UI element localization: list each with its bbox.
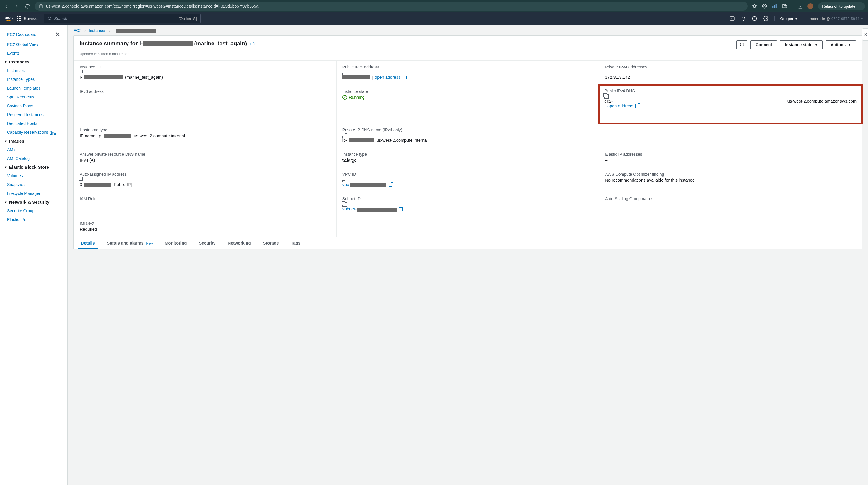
url-bar[interactable]: us-west-2.console.aws.amazon.com/ec2/hom…	[35, 2, 748, 10]
tab-tags[interactable]: Tags	[285, 237, 307, 249]
sidebar-item[interactable]: Volumes	[0, 171, 67, 180]
grammarly-icon[interactable]	[762, 3, 767, 9]
copy-icon[interactable]	[604, 94, 609, 99]
download-icon[interactable]	[798, 3, 803, 9]
analytics-icon[interactable]	[772, 3, 777, 9]
imds-value: Required	[80, 227, 331, 232]
close-icon[interactable]: ✕	[55, 31, 60, 38]
sidebar-item-events[interactable]: Events	[0, 49, 67, 58]
svg-line-9	[50, 19, 51, 20]
settings-icon[interactable]	[763, 16, 768, 21]
page-title: Instance summary for i- (marine_test_aga…	[80, 40, 256, 47]
search-placeholder: Search	[54, 16, 67, 21]
help-panel-toggle[interactable]	[862, 28, 868, 40]
sidebar-section-network[interactable]: ▼Network & Security	[0, 198, 67, 206]
public-ipv4-value: | open address	[342, 75, 593, 80]
svg-rect-6	[774, 5, 775, 8]
tab-status[interactable]: Status and alarms New	[101, 237, 159, 249]
copy-icon[interactable]	[605, 70, 609, 75]
sidebar-item[interactable]: Dedicated Hosts	[0, 119, 67, 128]
field-label: Private IPv4 addresses	[605, 65, 856, 69]
copy-icon[interactable]	[342, 70, 347, 75]
tab-details[interactable]: Details	[75, 237, 101, 249]
sidebar-item[interactable]: Instances	[0, 66, 67, 75]
field-label: Instance ID	[80, 65, 331, 69]
sidebar-item[interactable]: Reserved Instances	[0, 110, 67, 119]
sidebar-item[interactable]: AMIs	[0, 145, 67, 154]
svg-point-12	[765, 18, 766, 20]
subnet-link[interactable]: subnet-	[342, 207, 397, 211]
region-selector[interactable]: Oregon ▼	[780, 17, 798, 21]
caret-down-icon: ▼	[4, 201, 7, 204]
tab-monitoring[interactable]: Monitoring	[159, 237, 193, 249]
connect-button[interactable]: Connect	[750, 40, 777, 49]
tab-security[interactable]: Security	[193, 237, 222, 249]
field-label: Auto-assigned IP address	[80, 172, 331, 177]
breadcrumb-ec2[interactable]: EC2	[73, 28, 82, 33]
vpc-value: vpc-	[342, 182, 593, 187]
forward-icon[interactable]	[13, 3, 20, 9]
elastic-ip-value: –	[605, 158, 856, 162]
instance-type-value: t2.large	[342, 158, 593, 162]
field-label: Private IP DNS name (IPv4 only)	[342, 128, 593, 132]
sidebar-item[interactable]: Spot Requests	[0, 93, 67, 101]
notifications-icon[interactable]	[741, 16, 746, 21]
breadcrumb-instances[interactable]: Instances	[89, 28, 106, 33]
tab-storage[interactable]: Storage	[257, 237, 285, 249]
field-label: IMDSv2	[80, 221, 331, 226]
aws-logo[interactable]: aws	[5, 16, 13, 21]
sidebar-section-instances[interactable]: ▼Instances	[0, 58, 67, 66]
field-label: Instance state	[342, 89, 593, 94]
caret-down-icon: ▼	[4, 165, 7, 169]
sidebar-item[interactable]: Snapshots	[0, 180, 67, 189]
sidebar-item[interactable]: Lifecycle Manager	[0, 189, 67, 198]
copy-icon[interactable]	[342, 133, 347, 138]
sidebar-item[interactable]: Savings Plans	[0, 101, 67, 110]
info-link[interactable]: Info	[249, 41, 256, 46]
account-menu[interactable]: mdenolle @ 0737-9572-5844 ▼	[810, 17, 863, 21]
search-input[interactable]: Search [Option+S]	[44, 14, 201, 23]
field-label: Auto Scaling Group name	[605, 196, 856, 201]
field-label: Public IPv4 DNS	[604, 89, 857, 93]
extensions-icon[interactable]	[782, 3, 787, 9]
sidebar-item-dashboard[interactable]: EC2 Dashboard ✕	[0, 29, 67, 40]
sidebar-item[interactable]: Security Groups	[0, 206, 67, 215]
copy-icon[interactable]	[80, 178, 84, 182]
relaunch-button[interactable]: Relaunch to update ⋮	[818, 2, 865, 10]
open-address-link[interactable]: open address	[607, 103, 633, 108]
back-icon[interactable]	[3, 3, 9, 9]
copy-icon[interactable]	[342, 202, 347, 207]
sidebar-item[interactable]: AMI Catalog	[0, 154, 67, 163]
copy-icon[interactable]	[80, 70, 84, 75]
sidebar-section-images[interactable]: ▼Images	[0, 137, 67, 145]
private-dns-value: ip-.us-west-2.compute.internal	[342, 138, 593, 143]
reload-icon[interactable]	[24, 3, 31, 9]
instance-state-button[interactable]: Instance state▼	[780, 40, 823, 49]
external-link-icon	[636, 104, 639, 108]
field-label: Elastic IP addresses	[605, 152, 856, 157]
field-label: Answer private resource DNS name	[80, 152, 331, 157]
copy-icon[interactable]	[342, 178, 347, 182]
sidebar-item[interactable]: Launch Templates	[0, 84, 67, 93]
help-icon[interactable]	[752, 16, 757, 21]
updated-text: Updated less than a minute ago	[74, 52, 862, 60]
refresh-button[interactable]	[736, 40, 747, 49]
profile-avatar[interactable]	[807, 3, 813, 9]
sidebar-item-global-view[interactable]: EC2 Global View	[0, 40, 67, 49]
external-link-icon	[389, 183, 393, 187]
instance-summary-panel: Instance summary for i- (marine_test_aga…	[73, 35, 862, 249]
cloudshell-icon[interactable]	[730, 16, 735, 21]
sidebar-section-ebs[interactable]: ▼Elastic Block Store	[0, 163, 67, 171]
services-menu[interactable]: Services	[17, 16, 40, 21]
sidebar-item[interactable]: Elastic IPs	[0, 215, 67, 224]
caret-down-icon: ▼	[860, 17, 863, 21]
vpc-link[interactable]: vpc-	[342, 182, 386, 187]
open-address-link[interactable]: open address	[374, 75, 400, 80]
sidebar-item[interactable]: Instance Types	[0, 75, 67, 84]
chevron-right-icon: ›	[110, 28, 111, 33]
star-icon[interactable]	[752, 3, 757, 9]
sidebar-item[interactable]: Capacity ReservationsNew	[0, 128, 67, 137]
actions-button[interactable]: Actions▼	[826, 40, 856, 49]
tab-networking[interactable]: Networking	[222, 237, 257, 249]
external-link-icon	[403, 75, 406, 79]
